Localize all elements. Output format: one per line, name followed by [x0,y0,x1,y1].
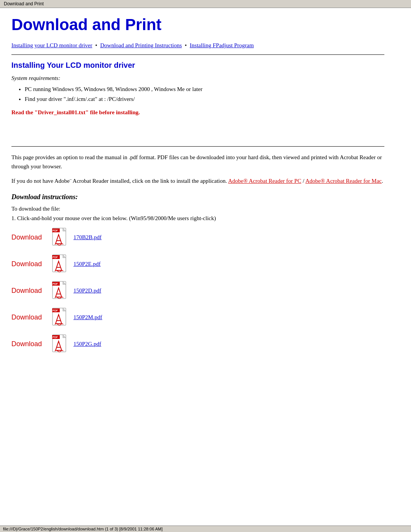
pdf-file-link[interactable]: 150P2E.pdf [73,261,100,267]
download-row: Download PDF 150P2G.pdf [11,334,384,353]
pdf-icon: PDF [52,228,69,247]
requirements-list: PC running Windows 95, Windows 98, Windo… [25,85,384,104]
divider-top [11,54,384,55]
download-row: Download PDF 150P2E.pdf [11,254,384,273]
download-instruction: To download the file: [11,206,384,212]
acrobat-link-pc[interactable]: Adobe® Acrobat Reader for PC [228,178,301,184]
download-label: Download [11,233,48,241]
svg-text:PDF: PDF [53,229,58,232]
system-req-label: System requirements: [11,75,384,81]
page-title: Download and Print [11,16,384,34]
list-item: Find your driver ".inf/.icm/.cat" at : /… [25,94,384,104]
pdf-icon: PDF [52,254,69,273]
acrobat-end: . [382,178,383,184]
download-row: Download PDF 150P2D.pdf [11,281,384,300]
download-step-1: 1. Click-and-hold your mouse over the ic… [11,215,384,222]
nav-link-download-print[interactable]: Download and Printing Instructions [100,42,182,48]
svg-text:PDF: PDF [53,309,58,312]
nav-link-lcd-driver[interactable]: Installing your LCD monitor driver [11,42,92,48]
download-label: Download [11,287,48,295]
download-section-title: Download instructions: [11,193,384,201]
svg-text:PDF: PDF [53,256,58,259]
acrobat-intro-text: If you do not have Adobe¨ Acrobat Reader… [11,178,227,184]
acrobat-link-mac[interactable]: Adobe® Acrobat Reader for Mac [306,178,382,184]
pdf-file-link[interactable]: 170B2B.pdf [73,234,102,241]
pdf-icon: PDF [52,308,69,327]
acrobat-links: If you do not have Adobe¨ Acrobat Reader… [11,176,384,185]
download-rows: Download PDF 170B2B.pdfDownload [11,228,384,353]
browser-tab: Download and Print [0,0,411,8]
nav-link-fpadjust[interactable]: Installing FPadjust Program [190,42,254,48]
download-label: Download [11,313,48,321]
pdf-file-link[interactable]: 150P2M.pdf [73,314,102,321]
lcd-section-title: Installing Your LCD monitor driver [11,61,384,70]
pdf-icon: PDF [52,281,69,300]
nav-links: Installing your LCD monitor driver • Dow… [11,41,384,50]
divider-middle [11,146,384,147]
download-row: Download PDF 150P2M.pdf [11,308,384,327]
spacer [11,120,384,142]
pdf-intro-1: This page provides an option to read the… [11,153,384,171]
svg-text:PDF: PDF [53,283,58,285]
list-item: PC running Windows 95, Windows 98, Windo… [25,85,384,94]
svg-text:PDF: PDF [53,336,58,339]
download-label: Download [11,340,48,348]
download-row: Download PDF 170B2B.pdf [11,228,384,247]
nav-separator-2: • [183,42,188,48]
nav-separator-1: • [94,42,99,48]
pdf-icon: PDF [52,334,69,353]
pdf-file-link[interactable]: 150P2G.pdf [73,341,101,347]
acrobat-separator: / [303,178,305,184]
download-label: Download [11,260,48,268]
page-content: Download and Print Installing your LCD m… [0,8,396,376]
pdf-file-link[interactable]: 150P2D.pdf [73,288,101,294]
warning-text: Read the "Driver_install01.txt" file bef… [11,109,384,116]
